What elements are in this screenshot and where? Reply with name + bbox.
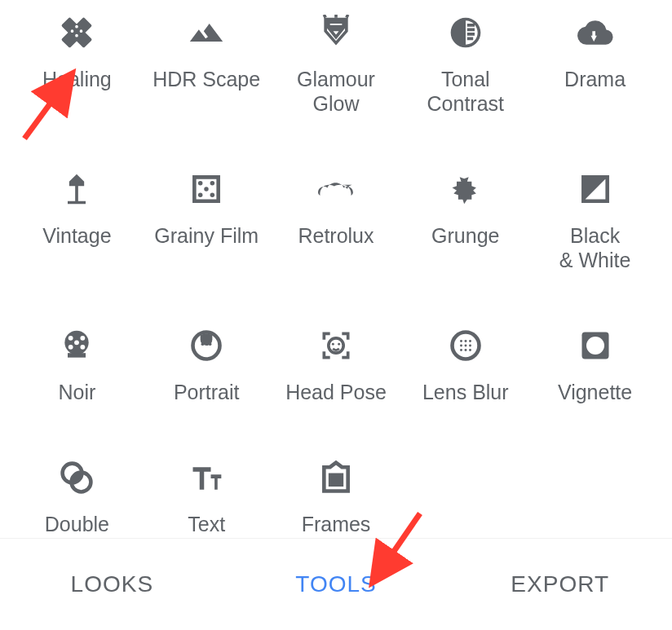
svg-point-10 [74, 340, 79, 345]
tools-grid: Healing HDR Scape Glamour Glow Tonal Con… [0, 0, 672, 538]
noir-icon [59, 321, 95, 370]
tool-tonal-contrast[interactable]: Tonal Contrast [400, 0, 530, 116]
svg-point-13 [201, 342, 205, 346]
svg-point-9 [81, 345, 86, 350]
tool-noir[interactable]: Noir [12, 313, 142, 404]
tool-double-exposure[interactable]: Double Exposure [12, 445, 142, 538]
tool-label: Portrait [174, 380, 240, 404]
svg-point-17 [338, 343, 340, 346]
tool-label: Noir [58, 380, 95, 404]
tool-label: Grainy Film [154, 223, 259, 248]
svg-point-19 [460, 340, 462, 342]
tab-tools[interactable]: TOOLS [224, 539, 449, 630]
svg-point-21 [469, 340, 471, 342]
portrait-icon [188, 321, 224, 370]
tool-black-white[interactable]: Black & White [530, 156, 660, 272]
tool-label: Lens Blur [422, 380, 509, 404]
tool-label: Drama [564, 67, 626, 91]
svg-point-29 [586, 337, 604, 355]
tool-label: Frames [302, 512, 371, 536]
tool-label: Retrolux [298, 223, 374, 248]
svg-point-24 [469, 345, 471, 347]
lens-blur-icon [448, 321, 484, 370]
svg-point-8 [69, 345, 73, 350]
svg-point-20 [464, 340, 466, 342]
tool-hdr-scape[interactable]: HDR Scape [142, 0, 272, 116]
tool-glamour-glow[interactable]: Glamour Glow [272, 0, 401, 116]
black-white-icon [577, 165, 613, 214]
tool-grunge[interactable]: Grunge [400, 156, 530, 272]
tool-label: Vintage [42, 223, 111, 248]
svg-point-4 [210, 193, 215, 198]
svg-point-22 [460, 345, 462, 347]
tab-export[interactable]: EXPORT [448, 539, 672, 630]
tool-drama[interactable]: Drama [530, 0, 660, 116]
grainy-film-icon [188, 165, 224, 214]
vignette-icon [577, 321, 613, 370]
grunge-icon [448, 165, 484, 214]
svg-point-16 [332, 343, 334, 346]
tool-label: Vignette [558, 380, 632, 404]
glamour-glow-icon [318, 8, 354, 57]
hdr-scape-icon [188, 8, 224, 57]
tonal-contrast-icon [448, 8, 484, 57]
svg-point-2 [204, 187, 209, 192]
svg-point-27 [469, 349, 471, 351]
tool-healing[interactable]: Healing [12, 0, 142, 116]
tool-label: Black & White [559, 223, 631, 272]
svg-point-6 [69, 336, 73, 341]
svg-point-25 [460, 349, 462, 351]
tool-label: Head Pose [285, 380, 387, 404]
bottom-tabs: LOOKS TOOLS EXPORT [0, 538, 672, 630]
tool-grainy-film[interactable]: Grainy Film [142, 156, 272, 272]
drama-icon [577, 8, 613, 57]
tool-label: Text [188, 512, 225, 536]
tool-lens-blur[interactable]: Lens Blur [400, 313, 530, 404]
tool-portrait[interactable]: Portrait [142, 313, 272, 404]
tool-label: Tonal Contrast [427, 67, 504, 116]
tool-text[interactable]: Text [142, 445, 272, 538]
tool-label: Grunge [431, 223, 499, 248]
tool-label: Glamour Glow [297, 67, 375, 116]
tool-frames[interactable]: Frames [272, 445, 401, 538]
svg-point-26 [464, 349, 466, 351]
svg-point-1 [210, 181, 215, 186]
svg-rect-32 [329, 474, 343, 487]
svg-point-23 [464, 345, 466, 347]
svg-point-14 [209, 342, 212, 346]
svg-rect-11 [68, 353, 86, 358]
tool-label: Double Exposure [34, 512, 121, 538]
text-icon [188, 453, 224, 502]
tool-vintage[interactable]: Vintage [12, 156, 142, 272]
svg-point-3 [198, 193, 203, 198]
tool-retrolux[interactable]: Retrolux [272, 156, 401, 272]
tool-label: HDR Scape [153, 67, 260, 91]
tool-head-pose[interactable]: Head Pose [272, 313, 401, 404]
retrolux-icon [318, 165, 354, 214]
head-pose-icon [318, 321, 354, 370]
double-exposure-icon [59, 453, 95, 502]
svg-point-0 [198, 181, 203, 186]
tab-looks[interactable]: LOOKS [0, 539, 224, 630]
healing-icon [59, 8, 95, 57]
svg-point-7 [81, 336, 86, 341]
tool-label: Healing [42, 67, 112, 91]
frames-icon [318, 453, 354, 502]
vintage-icon [59, 165, 95, 214]
tool-vignette[interactable]: Vignette [530, 313, 660, 404]
